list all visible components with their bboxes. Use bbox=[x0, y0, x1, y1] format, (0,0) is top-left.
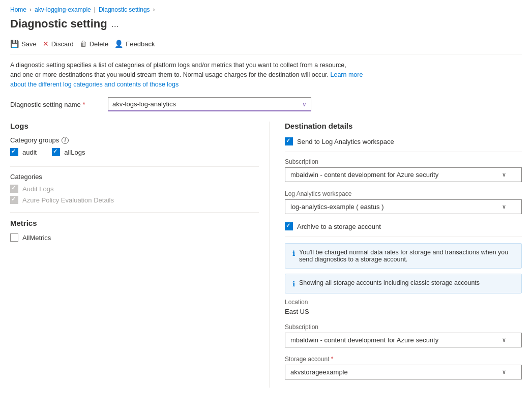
subscription-select[interactable]: mbaldwin - content development for Azure… bbox=[285, 167, 522, 182]
subscription-value: mbaldwin - content development for Azure… bbox=[290, 171, 438, 179]
dropdown-arrow-icon: ∨ bbox=[302, 101, 307, 108]
description-text: A diagnostic setting specifies a list of… bbox=[10, 61, 366, 89]
divider-4 bbox=[285, 237, 522, 237]
log-analytics-label[interactable]: Send to Log Analytics workspace bbox=[297, 138, 394, 145]
subscription2-label: Subscription bbox=[285, 324, 522, 331]
allMetrics-checkbox-row: AllMetrics bbox=[10, 233, 259, 242]
storage-dropdown-icon: ∨ bbox=[502, 369, 506, 375]
allLogs-label[interactable]: allLogs bbox=[64, 149, 85, 156]
azure-policy-label: Azure Policy Evaluation Details bbox=[22, 196, 114, 204]
divider-2 bbox=[10, 212, 259, 213]
feedback-button[interactable]: 👤 Feedback bbox=[114, 38, 161, 50]
log-analytics-option: Send to Log Analytics workspace bbox=[285, 137, 522, 145]
info-text-1: You'll be charged normal data rates for … bbox=[299, 249, 514, 263]
storage-field: Storage account * akvstorageexample ∨ bbox=[285, 356, 522, 379]
category-groups-label: Category groups i bbox=[10, 136, 259, 144]
page-header: Diagnostic setting ... bbox=[10, 17, 522, 31]
audit-label[interactable]: audit bbox=[22, 149, 37, 156]
diagnostic-name-row: Diagnostic setting name * ∨ bbox=[10, 97, 522, 111]
main-layout: Logs Category groups i audit allLogs Cat… bbox=[10, 122, 522, 388]
required-marker: * bbox=[82, 101, 85, 108]
discard-button[interactable]: ✕ Discard bbox=[43, 38, 80, 50]
page-title-menu[interactable]: ... bbox=[111, 19, 119, 30]
save-icon: 💾 bbox=[10, 40, 19, 48]
audit-logs-label: Audit Logs bbox=[22, 185, 53, 193]
category-groups-info-icon[interactable]: i bbox=[62, 137, 69, 144]
audit-logs-checkbox bbox=[10, 185, 18, 193]
log-analytics-checkbox[interactable] bbox=[285, 137, 293, 145]
subscription2-value: mbaldwin - content development for Azure… bbox=[290, 336, 438, 344]
diagnostic-name-input-wrapper[interactable]: ∨ bbox=[108, 97, 311, 111]
info-box-1: ℹ You'll be charged normal data rates fo… bbox=[285, 243, 522, 269]
archive-label[interactable]: Archive to a storage account bbox=[297, 223, 381, 230]
diagnostic-name-label: Diagnostic setting name * bbox=[10, 101, 102, 108]
category-groups-checkboxes: audit allLogs bbox=[10, 148, 259, 160]
logs-section-title: Logs bbox=[10, 122, 259, 130]
storage-value: akvstorageexample bbox=[290, 368, 348, 376]
allMetrics-label[interactable]: AllMetrics bbox=[22, 234, 51, 242]
workspace-dropdown-icon: ∨ bbox=[502, 203, 506, 210]
allMetrics-checkbox[interactable] bbox=[10, 233, 18, 242]
breadcrumb-resource[interactable]: akv-logging-example bbox=[35, 6, 91, 13]
storage-label: Storage account * bbox=[285, 356, 522, 363]
audit-checkbox[interactable] bbox=[10, 148, 18, 156]
workspace-label: Log Analytics workspace bbox=[285, 190, 522, 197]
archive-checkbox[interactable] bbox=[285, 222, 293, 230]
subscription2-dropdown-icon: ∨ bbox=[502, 337, 506, 343]
page-title: Diagnostic setting bbox=[10, 17, 107, 31]
archive-option: Archive to a storage account bbox=[285, 222, 522, 230]
info-icon-2: ℹ bbox=[292, 280, 295, 288]
subscription2-field: Subscription mbaldwin - content developm… bbox=[285, 324, 522, 347]
info-text-2: Showing all storage accounts including c… bbox=[299, 279, 480, 286]
subscription-label: Subscription bbox=[285, 158, 522, 165]
delete-icon: 🗑 bbox=[80, 40, 87, 48]
audit-logs-row: Audit Logs bbox=[10, 185, 259, 193]
audit-checkbox-row: audit bbox=[10, 148, 37, 156]
storage-required-marker: * bbox=[331, 356, 334, 363]
workspace-value: log-analytics-example ( eastus ) bbox=[290, 203, 384, 211]
azure-policy-checkbox bbox=[10, 196, 18, 204]
info-icon-1: ℹ bbox=[292, 249, 295, 257]
toolbar: 💾 Save ✕ Discard 🗑 Delete 👤 Feedback bbox=[10, 38, 522, 54]
subscription-field: Subscription mbaldwin - content developm… bbox=[285, 158, 522, 182]
allLogs-checkbox[interactable] bbox=[52, 148, 60, 156]
location-label: Location bbox=[285, 299, 522, 306]
location-value: East US bbox=[285, 308, 522, 315]
left-panel: Logs Category groups i audit allLogs Cat… bbox=[10, 122, 270, 388]
feedback-icon: 👤 bbox=[114, 40, 123, 48]
info-box-2: ℹ Showing all storage accounts including… bbox=[285, 274, 522, 293]
subscription2-select[interactable]: mbaldwin - content development for Azure… bbox=[285, 333, 522, 347]
storage-select[interactable]: akvstorageexample ∨ bbox=[285, 365, 522, 379]
breadcrumb-home[interactable]: Home bbox=[10, 6, 26, 13]
breadcrumb: Home › akv-logging-example | Diagnostic … bbox=[10, 6, 522, 13]
breadcrumb-page[interactable]: Diagnostic settings bbox=[99, 6, 150, 13]
subscription-dropdown-icon: ∨ bbox=[502, 171, 506, 178]
allLogs-checkbox-row: allLogs bbox=[52, 148, 85, 156]
location-field: Location East US bbox=[285, 299, 522, 315]
discard-icon: ✕ bbox=[43, 40, 49, 48]
workspace-select[interactable]: log-analytics-example ( eastus ) ∨ bbox=[285, 199, 522, 214]
right-panel: Destination details Send to Log Analytic… bbox=[270, 122, 522, 388]
divider-3 bbox=[285, 152, 522, 152]
divider-1 bbox=[10, 166, 259, 167]
workspace-field: Log Analytics workspace log-analytics-ex… bbox=[285, 190, 522, 214]
azure-policy-row: Azure Policy Evaluation Details bbox=[10, 196, 259, 204]
diagnostic-name-input[interactable] bbox=[112, 100, 302, 108]
destination-title: Destination details bbox=[285, 122, 522, 130]
metrics-section-title: Metrics bbox=[10, 219, 259, 227]
categories-label: Categories bbox=[10, 173, 259, 181]
save-button[interactable]: 💾 Save bbox=[10, 38, 43, 50]
delete-button[interactable]: 🗑 Delete bbox=[80, 38, 115, 50]
